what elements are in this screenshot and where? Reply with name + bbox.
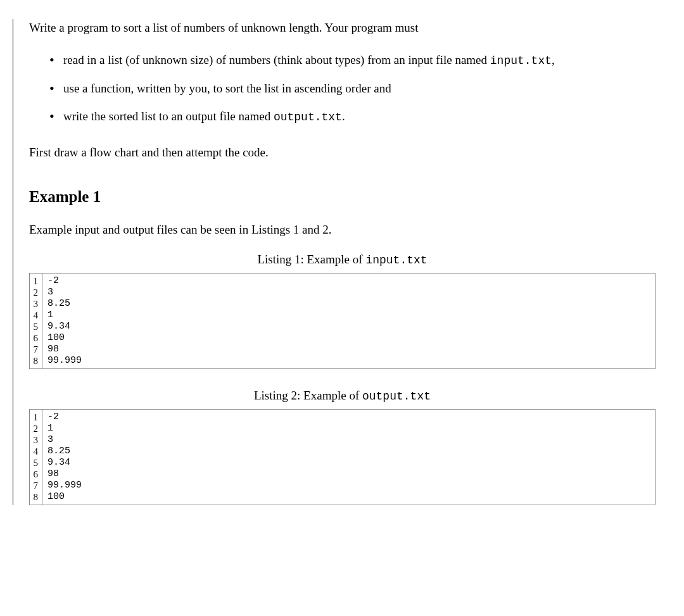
code-line: -2	[48, 412, 650, 423]
line-numbers: 1 2 3 4 5 6 7 8	[30, 273, 42, 368]
code-content: -2 3 8.25 1 9.34 100 98 99.999	[42, 273, 655, 368]
line-number: 7	[32, 480, 38, 491]
code-listing-output: 1 2 3 4 5 6 7 8 -2 1 3 8.25 9.34 98 99.9…	[29, 409, 656, 505]
code-line: 100	[48, 332, 650, 344]
code-filename: output.txt	[274, 111, 342, 123]
code-line: 3	[48, 287, 650, 298]
code-line: 100	[48, 491, 650, 503]
code-line: -2	[48, 275, 650, 287]
code-listing-input: 1 2 3 4 5 6 7 8 -2 3 8.25 1 9.34 100 98 …	[29, 273, 656, 369]
line-number: 1	[32, 275, 38, 287]
bullet-text: use a function, written by you, to sort …	[63, 82, 391, 95]
code-line: 9.34	[48, 321, 650, 332]
line-number: 4	[32, 446, 38, 457]
bullet-text-post: ,	[552, 53, 555, 66]
line-number: 5	[32, 321, 38, 332]
line-number: 8	[32, 491, 38, 503]
document-content: Write a program to sort a list of number…	[13, 19, 656, 505]
listing-caption: Listing 2: Example of output.txt	[29, 387, 656, 405]
line-number: 2	[32, 287, 38, 298]
line-number: 2	[32, 423, 38, 434]
line-number: 6	[32, 468, 38, 480]
bullet-text: write the sorted list to an output file …	[63, 110, 274, 123]
caption-code: input.txt	[365, 254, 427, 267]
caption-text: Listing 1: Example of	[257, 253, 365, 266]
line-number: 5	[32, 457, 38, 468]
caption-text: Listing 2: Example of	[254, 389, 362, 402]
listing-caption: Listing 1: Example of input.txt	[29, 251, 656, 269]
line-numbers: 1 2 3 4 5 6 7 8	[30, 410, 42, 505]
requirements-list: read in a list (of unknown size) of numb…	[29, 51, 656, 127]
line-number: 3	[32, 434, 38, 446]
code-line: 8.25	[48, 298, 650, 310]
section-heading: Example 1	[29, 185, 656, 209]
code-line: 9.34	[48, 457, 650, 468]
bullet-text: read in a list (of unknown size) of numb…	[63, 53, 490, 66]
code-line: 3	[48, 434, 650, 446]
caption-code: output.txt	[362, 390, 431, 403]
code-line: 1	[48, 310, 650, 321]
line-number: 3	[32, 298, 38, 310]
code-line: 98	[48, 344, 650, 355]
bullet-item: read in a list (of unknown size) of numb…	[53, 51, 656, 70]
code-line: 98	[48, 468, 650, 480]
intro-paragraph: Write a program to sort a list of number…	[29, 19, 656, 37]
code-line: 99.999	[48, 355, 650, 367]
line-number: 7	[32, 344, 38, 355]
line-number: 4	[32, 310, 38, 321]
bullet-item: use a function, written by you, to sort …	[53, 80, 656, 98]
line-number: 6	[32, 332, 38, 344]
bullet-item: write the sorted list to an output file …	[53, 108, 656, 126]
code-line: 8.25	[48, 446, 650, 457]
bullet-text-post: .	[342, 110, 345, 123]
code-filename: input.txt	[490, 54, 552, 67]
code-content: -2 1 3 8.25 9.34 98 99.999 100	[42, 410, 655, 505]
line-number: 1	[32, 412, 38, 423]
code-line: 1	[48, 423, 650, 434]
example-description: Example input and output files can be se…	[29, 221, 656, 239]
code-line: 99.999	[48, 480, 650, 491]
line-number: 8	[32, 355, 38, 367]
flow-note: First draw a flow chart and then attempt…	[29, 144, 656, 162]
